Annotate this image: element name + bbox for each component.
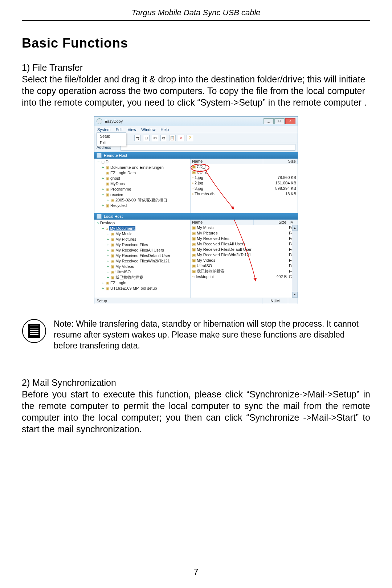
file-row[interactable]: ▣My Received FilesAll UsersFo — [191, 241, 298, 247]
local-file-list[interactable]: Name Size Ty ▣My MusicFo▣My PicturesFo▣M… — [191, 220, 298, 298]
dropdown-exit[interactable]: Exit — [97, 139, 126, 146]
col-name[interactable]: Name — [191, 220, 254, 225]
tree-item[interactable]: My Received FilesAll Users — [115, 248, 164, 252]
note-text: Note: While transfering data, standby or… — [54, 319, 370, 351]
page-number: 7 — [0, 567, 392, 577]
remote-split: −⊟D: +▣Dokumente und Einstellungen ▣EZ L… — [94, 159, 298, 213]
tree-item[interactable]: receive — [110, 192, 123, 197]
minimize-button[interactable]: _ — [264, 118, 274, 124]
file-row[interactable]: ▣UltraISOFo — [191, 263, 298, 269]
tree-item[interactable]: EZ Login — [110, 281, 126, 285]
menu-window[interactable]: Window — [141, 127, 155, 132]
remote-pane-title: Remote Host — [94, 152, 298, 159]
file-row[interactable]: ▣CD_2 — [191, 170, 298, 175]
file-row[interactable]: ▣My VideosFo — [191, 258, 298, 263]
tree-item[interactable]: UltraISO — [115, 270, 131, 274]
section-file-transfer-title: 1) File Transfer — [22, 62, 370, 73]
toolbar-btn-delete[interactable]: ✕ — [178, 135, 184, 141]
file-row[interactable]: ▣我已接收的檔案Fo — [191, 269, 298, 274]
titlebar: EasyCopy _ □ X — [94, 117, 298, 126]
file-row[interactable]: ▫2.jpg151.004 KB — [191, 180, 298, 186]
toolbar-btn-paste[interactable]: 📋 — [169, 135, 176, 141]
file-row[interactable]: ▫Thumbs.db13 KB — [191, 191, 298, 197]
tree-item[interactable]: My Pictures — [115, 237, 136, 241]
remote-drive[interactable]: D: — [106, 160, 110, 164]
col-name[interactable]: Name — [191, 159, 263, 164]
tree-item[interactable]: Recycled — [110, 203, 127, 208]
file-row[interactable]: ▫3.jpg898.294 KB — [191, 186, 298, 191]
close-button[interactable]: X — [285, 118, 295, 124]
menu-edit[interactable]: Edit — [116, 127, 123, 132]
remote-tree[interactable]: −⊟D: +▣Dokumente und Einstellungen ▣EZ L… — [94, 159, 191, 213]
status-bar: Setup NUM — [94, 298, 298, 304]
tree-item[interactable]: 2005-02-09_贊依呢-夏的檔口 — [115, 198, 167, 202]
toolbar-btn-copy[interactable]: ⧉ — [160, 135, 167, 141]
dropdown-setup[interactable]: Setup — [97, 133, 126, 139]
page-header: Targus Mobile Data Sync USB cable — [22, 8, 370, 17]
file-row[interactable]: ▣My MusicFo — [191, 225, 298, 230]
col-size[interactable]: Size — [263, 159, 298, 164]
local-pane-title: Local Host — [94, 213, 298, 220]
section-mail-sync-body: Before you start to execute this functio… — [22, 388, 370, 435]
app-icon — [97, 118, 102, 124]
remote-host-icon — [97, 153, 102, 158]
col-size[interactable]: Size — [254, 220, 288, 225]
header-rule — [22, 20, 370, 21]
section-mail-sync-title: 2) Mail Synchronization — [22, 377, 370, 388]
menu-view[interactable]: View — [128, 127, 136, 132]
maximize-button[interactable]: □ — [274, 118, 285, 124]
tree-item[interactable]: My Received FilesDefault User — [115, 253, 170, 258]
scroll-up[interactable]: ▴ — [292, 225, 298, 231]
remote-file-list[interactable]: Name Size ▣CD_1▣CD_2▫1.jpg78.860 KB▫2.jp… — [191, 159, 298, 213]
tree-item[interactable]: Programme — [110, 187, 131, 191]
scrollbar[interactable]: ▴ ▾ — [292, 225, 298, 298]
window-title: EasyCopy — [105, 119, 264, 123]
toolbar-btn-help[interactable]: ? — [187, 135, 193, 141]
status-left: Setup — [94, 298, 262, 304]
file-row[interactable]: ▫desktop.ini402 BCo — [191, 274, 298, 279]
tree-item[interactable]: Dokumente und Einstellungen — [110, 165, 164, 170]
file-row[interactable]: ▫1.jpg78.860 KB — [191, 175, 298, 180]
toolbar-btn-cut[interactable]: ✂ — [152, 135, 158, 141]
section-file-transfer-body: Select the file/folder and drag it & dro… — [22, 73, 370, 108]
scroll-down[interactable]: ▾ — [292, 292, 298, 298]
toolbar-btn-1[interactable]: ⇆ — [134, 135, 141, 141]
status-grip — [288, 298, 298, 304]
file-row[interactable]: ▣My Received FilesWin2kTc121Fo — [191, 252, 298, 258]
address-field[interactable] — [121, 144, 295, 151]
local-root[interactable]: Desktop — [100, 221, 115, 225]
local-tree[interactable]: ⌂Desktop −⌂My Document +▣My Music+▣My Pi… — [94, 220, 191, 298]
local-host-icon — [97, 214, 102, 219]
tree-item[interactable]: 我已接收的檔案 — [115, 275, 143, 279]
system-dropdown: Setup Exit — [97, 132, 126, 146]
remote-host-label: Remote Host — [104, 153, 127, 158]
local-split: ⌂Desktop −⌂My Document +▣My Music+▣My Pi… — [94, 220, 298, 298]
tree-item[interactable]: My Received FilesWin2kTc121 — [115, 259, 170, 263]
easycopy-screenshot: EasyCopy _ □ X System Edit View Window H… — [94, 116, 298, 304]
local-host-label: Local Host — [104, 214, 123, 219]
file-row[interactable]: ▣My Received FilesDefault UserFo — [191, 247, 298, 252]
toolbar-btn-new[interactable]: □ — [143, 135, 150, 141]
tree-item[interactable]: My Videos — [115, 264, 134, 269]
heading-basic-functions: Basic Functions — [22, 36, 370, 51]
col-type[interactable]: Ty — [288, 220, 298, 225]
tree-item[interactable]: UT161&169 MPTool setup — [110, 286, 157, 290]
tree-item[interactable]: MyDocs — [110, 181, 125, 186]
tree-item[interactable]: My Music — [115, 232, 132, 236]
file-row[interactable]: ▣My PicturesFo — [191, 230, 298, 236]
file-row[interactable]: ▣My Received FilesFo — [191, 236, 298, 241]
menu-help[interactable]: Help — [160, 127, 169, 132]
tree-item[interactable]: ghost — [110, 176, 120, 180]
tree-item-selected[interactable]: My Document — [109, 226, 135, 230]
file-row[interactable]: ▣CD_1 — [191, 164, 298, 170]
tree-item[interactable]: My Received Files — [115, 242, 148, 247]
menu-system[interactable]: System — [97, 127, 111, 132]
tree-item[interactable]: EZ Login Data — [110, 171, 136, 175]
status-num: NUM — [262, 298, 288, 304]
note-icon — [22, 319, 46, 345]
